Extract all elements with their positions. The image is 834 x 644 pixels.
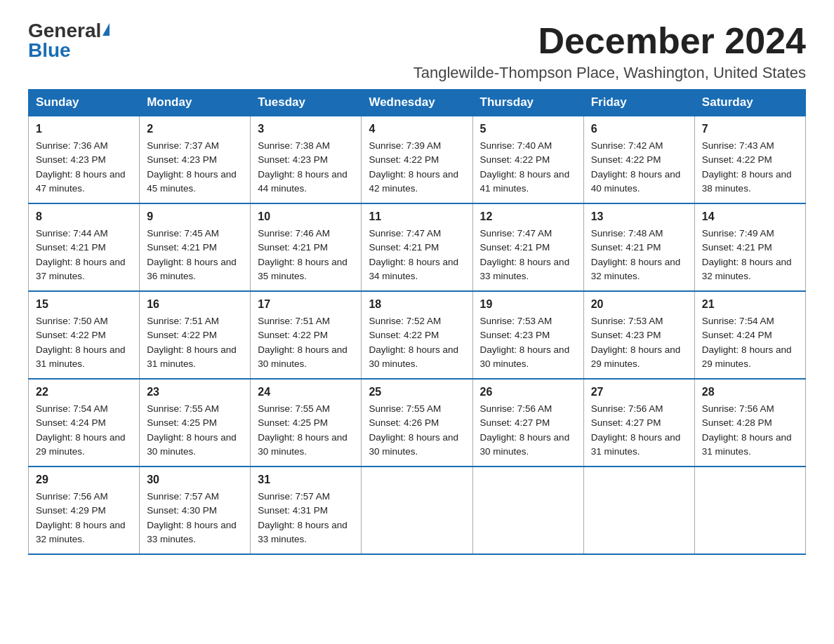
daylight-info: Daylight: 8 hours and 33 minutes. <box>480 257 570 281</box>
calendar-day-cell: 10Sunrise: 7:46 AMSunset: 4:21 PMDayligh… <box>251 203 362 291</box>
sunrise-info: Sunrise: 7:53 AM <box>480 316 552 326</box>
calendar-day-cell <box>583 467 694 554</box>
daylight-info: Daylight: 8 hours and 29 minutes. <box>591 344 681 369</box>
day-number: 15 <box>36 296 132 313</box>
day-number: 28 <box>702 384 798 401</box>
day-number: 10 <box>258 208 354 225</box>
calendar-day-cell: 20Sunrise: 7:53 AMSunset: 4:23 PMDayligh… <box>583 291 694 379</box>
sunset-info: Sunset: 4:24 PM <box>702 330 772 340</box>
calendar-week-row-3: 15Sunrise: 7:50 AMSunset: 4:22 PMDayligh… <box>29 291 806 379</box>
sunset-info: Sunset: 4:29 PM <box>36 505 106 516</box>
daylight-info: Daylight: 8 hours and 35 minutes. <box>258 257 348 281</box>
sunrise-info: Sunrise: 7:38 AM <box>258 140 330 151</box>
daylight-info: Daylight: 8 hours and 47 minutes. <box>36 169 126 194</box>
sunrise-info: Sunrise: 7:42 AM <box>591 140 663 151</box>
daylight-info: Daylight: 8 hours and 33 minutes. <box>147 520 237 544</box>
calendar-week-row-5: 29Sunrise: 7:56 AMSunset: 4:29 PMDayligh… <box>29 467 806 554</box>
sunrise-info: Sunrise: 7:44 AM <box>36 228 108 239</box>
sunset-info: Sunset: 4:21 PM <box>36 242 106 253</box>
day-number: 7 <box>702 121 798 137</box>
daylight-info: Daylight: 8 hours and 30 minutes. <box>258 344 348 369</box>
day-number: 14 <box>702 208 798 225</box>
day-number: 30 <box>147 471 243 488</box>
sunrise-info: Sunrise: 7:56 AM <box>591 403 663 414</box>
calendar-header-tuesday: Tuesday <box>251 90 362 116</box>
day-number: 27 <box>591 384 687 401</box>
day-number: 26 <box>480 384 576 401</box>
logo-triangle-icon <box>102 23 110 36</box>
sunrise-info: Sunrise: 7:45 AM <box>147 228 219 239</box>
sunset-info: Sunset: 4:21 PM <box>147 242 217 253</box>
calendar-day-cell: 30Sunrise: 7:57 AMSunset: 4:30 PMDayligh… <box>140 467 251 554</box>
sunset-info: Sunset: 4:22 PM <box>36 330 106 340</box>
sunrise-info: Sunrise: 7:36 AM <box>36 140 108 151</box>
calendar-day-cell: 18Sunrise: 7:52 AMSunset: 4:22 PMDayligh… <box>362 291 472 379</box>
calendar-day-cell: 7Sunrise: 7:43 AMSunset: 4:22 PMDaylight… <box>694 116 805 203</box>
calendar-header-thursday: Thursday <box>472 90 583 116</box>
daylight-info: Daylight: 8 hours and 44 minutes. <box>258 169 348 194</box>
calendar-day-cell: 4Sunrise: 7:39 AMSunset: 4:22 PMDaylight… <box>362 116 472 203</box>
calendar-header-friday: Friday <box>583 90 694 116</box>
sunset-info: Sunset: 4:25 PM <box>147 417 217 428</box>
sunset-info: Sunset: 4:27 PM <box>591 417 661 428</box>
calendar-day-cell: 12Sunrise: 7:47 AMSunset: 4:21 PMDayligh… <box>472 203 583 291</box>
calendar-day-cell: 22Sunrise: 7:54 AMSunset: 4:24 PMDayligh… <box>29 379 140 467</box>
sunrise-info: Sunrise: 7:47 AM <box>480 228 552 239</box>
sunrise-info: Sunrise: 7:51 AM <box>147 316 219 326</box>
sunset-info: Sunset: 4:22 PM <box>369 330 439 340</box>
day-number: 11 <box>369 208 465 225</box>
calendar-day-cell: 16Sunrise: 7:51 AMSunset: 4:22 PMDayligh… <box>140 291 251 379</box>
day-number: 13 <box>591 208 687 225</box>
daylight-info: Daylight: 8 hours and 36 minutes. <box>147 257 237 281</box>
calendar-day-cell: 3Sunrise: 7:38 AMSunset: 4:23 PMDaylight… <box>251 116 362 203</box>
calendar-day-cell: 25Sunrise: 7:55 AMSunset: 4:26 PMDayligh… <box>362 379 472 467</box>
day-number: 16 <box>147 296 243 313</box>
calendar-day-cell: 14Sunrise: 7:49 AMSunset: 4:21 PMDayligh… <box>694 203 805 291</box>
sunset-info: Sunset: 4:21 PM <box>591 242 661 253</box>
calendar-day-cell: 1Sunrise: 7:36 AMSunset: 4:23 PMDaylight… <box>29 116 140 203</box>
daylight-info: Daylight: 8 hours and 40 minutes. <box>591 169 681 194</box>
sunrise-info: Sunrise: 7:52 AM <box>369 316 441 326</box>
calendar-day-cell: 2Sunrise: 7:37 AMSunset: 4:23 PMDaylight… <box>140 116 251 203</box>
sunrise-info: Sunrise: 7:56 AM <box>480 403 552 414</box>
calendar-day-cell: 9Sunrise: 7:45 AMSunset: 4:21 PMDaylight… <box>140 203 251 291</box>
sunrise-info: Sunrise: 7:43 AM <box>702 140 774 151</box>
sunrise-info: Sunrise: 7:47 AM <box>369 228 441 239</box>
calendar-day-cell: 26Sunrise: 7:56 AMSunset: 4:27 PMDayligh… <box>472 379 583 467</box>
sunrise-info: Sunrise: 7:56 AM <box>36 491 108 502</box>
sunrise-info: Sunrise: 7:37 AM <box>147 140 219 151</box>
sunset-info: Sunset: 4:28 PM <box>702 417 772 428</box>
sunset-info: Sunset: 4:21 PM <box>702 242 772 253</box>
calendar-header-sunday: Sunday <box>29 90 140 116</box>
day-number: 23 <box>147 384 243 401</box>
calendar-day-cell: 31Sunrise: 7:57 AMSunset: 4:31 PMDayligh… <box>251 467 362 554</box>
sunrise-info: Sunrise: 7:51 AM <box>258 316 330 326</box>
day-number: 25 <box>369 384 465 401</box>
calendar-day-cell: 29Sunrise: 7:56 AMSunset: 4:29 PMDayligh… <box>29 467 140 554</box>
daylight-info: Daylight: 8 hours and 30 minutes. <box>147 432 237 457</box>
day-number: 19 <box>480 296 576 313</box>
sunrise-info: Sunrise: 7:54 AM <box>36 403 108 414</box>
daylight-info: Daylight: 8 hours and 45 minutes. <box>147 169 237 194</box>
sunset-info: Sunset: 4:22 PM <box>147 330 217 340</box>
daylight-info: Daylight: 8 hours and 33 minutes. <box>258 520 348 544</box>
daylight-info: Daylight: 8 hours and 30 minutes. <box>258 432 348 457</box>
day-number: 21 <box>702 296 798 313</box>
sunset-info: Sunset: 4:23 PM <box>36 154 106 165</box>
calendar-day-cell: 8Sunrise: 7:44 AMSunset: 4:21 PMDaylight… <box>29 203 140 291</box>
calendar-day-cell: 6Sunrise: 7:42 AMSunset: 4:22 PMDaylight… <box>583 116 694 203</box>
sunrise-info: Sunrise: 7:40 AM <box>480 140 552 151</box>
sunrise-info: Sunrise: 7:56 AM <box>702 403 774 414</box>
sunset-info: Sunset: 4:23 PM <box>591 330 661 340</box>
sunrise-info: Sunrise: 7:55 AM <box>147 403 219 414</box>
sunset-info: Sunset: 4:23 PM <box>258 154 328 165</box>
daylight-info: Daylight: 8 hours and 37 minutes. <box>36 257 126 281</box>
daylight-info: Daylight: 8 hours and 29 minutes. <box>702 344 792 369</box>
day-number: 12 <box>480 208 576 225</box>
daylight-info: Daylight: 8 hours and 30 minutes. <box>369 432 458 457</box>
daylight-info: Daylight: 8 hours and 29 minutes. <box>36 432 126 457</box>
day-number: 9 <box>147 208 243 225</box>
sunrise-info: Sunrise: 7:39 AM <box>369 140 441 151</box>
calendar-day-cell: 23Sunrise: 7:55 AMSunset: 4:25 PMDayligh… <box>140 379 251 467</box>
day-number: 24 <box>258 384 354 401</box>
